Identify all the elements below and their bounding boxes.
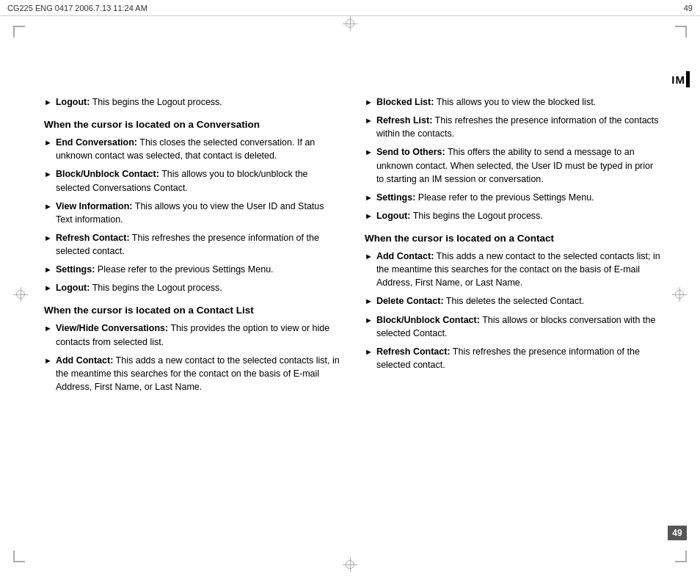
list-item: ► Logout: This begins the Logout process…: [365, 209, 663, 222]
bullet-arrow: ►: [365, 315, 373, 327]
item-text: Block/Unblock Contact: This allows you t…: [56, 167, 343, 194]
list-item: ► View Information: This allows you to v…: [44, 200, 343, 226]
bullet-arrow: ►: [44, 264, 52, 276]
bullet-arrow: ►: [44, 169, 52, 181]
item-text: Refresh Contact: This refreshes the pres…: [376, 345, 663, 371]
list-item: ► Refresh Contact: This refreshes the pr…: [365, 345, 663, 371]
corner-mark-br: [675, 551, 687, 562]
corner-mark-tr: [675, 26, 687, 37]
section-contact-heading: When the cursor is located on a Contact: [365, 233, 663, 244]
left-column: ► Logout: This begins the Logout process…: [44, 95, 343, 529]
list-item: ► End Conversation: This closes the sele…: [44, 136, 343, 162]
item-text: View Information: This allows you to vie…: [56, 200, 343, 226]
item-term: Add Contact:: [56, 355, 113, 366]
bullet-arrow: ►: [44, 201, 52, 213]
item-term: Add Contact:: [376, 251, 434, 261]
list-item: ► Logout: This begins the Logout process…: [44, 281, 343, 294]
item-text: Refresh List: This refreshes the presenc…: [376, 114, 663, 140]
bullet-arrow: ►: [44, 137, 52, 149]
top-logout-text: Logout: This begins the Logout process.: [56, 95, 222, 109]
item-term: View/Hide Conversations:: [56, 323, 168, 333]
main-content: ► Logout: This begins the Logout process…: [44, 95, 663, 529]
item-text: Add Contact: This adds a new contact to …: [376, 250, 663, 289]
page-number-box: 49: [668, 526, 687, 540]
cross-bottom: [343, 557, 357, 572]
top-logout-term: Logout:: [56, 97, 90, 107]
list-item: ► Settings: Please refer to the previous…: [44, 263, 343, 276]
bullet-arrow: ►: [44, 97, 52, 109]
item-term: Blocked List:: [376, 97, 434, 107]
list-item: ► Add Contact: This adds a new contact t…: [365, 250, 663, 289]
list-item: ► Refresh Contact: This refreshes the pr…: [44, 231, 343, 258]
right-column: ► Blocked List: This allows you to view …: [365, 95, 663, 529]
list-item: ► Add Contact: This adds a new contact t…: [44, 354, 343, 393]
page-number: 49: [672, 528, 682, 538]
list-item: ► Block/Unblock Contact: This allows you…: [44, 167, 343, 194]
top-logout-item: ► Logout: This begins the Logout process…: [44, 95, 343, 109]
cross-right: [672, 287, 687, 302]
list-item: ► View/Hide Conversations: This provides…: [44, 322, 343, 348]
item-term: Block/Unblock Contact:: [376, 315, 480, 325]
left-section2-items: ► View/Hide Conversations: This provides…: [44, 322, 343, 393]
header-text: CG225 ENG 0417 2006.7.13 11:24 AM: [7, 4, 147, 12]
item-desc: This begins the Logout process.: [92, 283, 222, 293]
item-desc: Please refer to the previous Settings Me…: [98, 264, 274, 275]
item-term: Block/Unblock Contact:: [56, 169, 159, 179]
list-item: ► Block/Unblock Contact: This allows or …: [365, 313, 663, 340]
list-item: ► Send to Others: This offers the abilit…: [365, 145, 663, 185]
header-bar: CG225 ENG 0417 2006.7.13 11:24 AM 49: [0, 0, 700, 16]
item-text: Settings: Please refer to the previous S…: [56, 263, 274, 276]
item-text: Send to Others: This offers the ability …: [376, 145, 663, 185]
item-desc: This deletes the selected Contact.: [446, 296, 584, 306]
list-item: ► Delete Contact: This deletes the selec…: [365, 294, 663, 308]
bullet-arrow: ►: [365, 211, 373, 222]
im-label-bar: [686, 71, 690, 87]
item-desc: Please refer to the previous Settings Me…: [418, 192, 594, 203]
item-text: Refresh Contact: This refreshes the pres…: [56, 231, 343, 258]
item-text: View/Hide Conversations: This provides t…: [56, 322, 343, 348]
cross-top: [343, 16, 357, 31]
section-conversation-heading: When the cursor is located on a Conversa…: [44, 119, 343, 130]
left-section1-items: ► End Conversation: This closes the sele…: [44, 136, 343, 294]
item-text: Logout: This begins the Logout process.: [56, 281, 222, 294]
corner-mark-bl: [13, 551, 25, 562]
corner-mark-tl: [13, 26, 25, 37]
item-term: Refresh List:: [376, 115, 432, 126]
item-term: Settings:: [376, 192, 415, 203]
section-contactlist-heading: When the cursor is located on a Contact …: [44, 305, 343, 316]
item-term: End Conversation:: [56, 137, 137, 148]
bullet-arrow: ►: [365, 251, 373, 263]
item-text: Blocked List: This allows you to view th…: [376, 95, 596, 109]
bullet-arrow: ►: [365, 147, 373, 159]
cross-left: [13, 287, 28, 302]
item-term: Delete Contact:: [376, 296, 444, 306]
item-text: Settings: Please refer to the previous S…: [376, 191, 594, 204]
item-term: Logout:: [376, 211, 411, 221]
item-term: Logout:: [56, 283, 90, 293]
bullet-arrow: ►: [44, 355, 52, 367]
list-item: ► Refresh List: This refreshes the prese…: [365, 114, 663, 140]
item-term: Send to Others:: [376, 147, 445, 157]
right-top-items: ► Blocked List: This allows you to view …: [365, 95, 663, 222]
list-item: ► Settings: Please refer to the previous…: [365, 191, 663, 204]
list-item: ► Blocked List: This allows you to view …: [365, 95, 663, 109]
bullet-arrow: ►: [44, 283, 52, 294]
top-logout-desc: This begins the Logout process.: [92, 97, 222, 107]
item-desc: This allows you to view the blocked list…: [437, 97, 596, 107]
item-desc: This begins the Logout process.: [413, 211, 543, 221]
item-text: Add Contact: This adds a new contact to …: [56, 354, 343, 393]
bullet-arrow: ►: [44, 323, 52, 335]
im-label: IM: [671, 73, 685, 86]
item-term: View Information:: [56, 201, 133, 211]
right-section-items: ► Add Contact: This adds a new contact t…: [365, 250, 663, 371]
item-text: Logout: This begins the Logout process.: [376, 209, 543, 222]
bullet-arrow: ►: [365, 346, 373, 358]
bullet-arrow: ►: [365, 97, 373, 109]
item-term: Refresh Contact:: [376, 346, 451, 357]
bullet-arrow: ►: [44, 233, 52, 244]
item-text: Block/Unblock Contact: This allows or bl…: [376, 313, 663, 340]
bullet-arrow: ►: [365, 115, 373, 127]
header-page-ref: 49: [684, 4, 693, 12]
bullet-arrow: ►: [365, 192, 373, 204]
bullet-arrow: ►: [365, 296, 373, 308]
